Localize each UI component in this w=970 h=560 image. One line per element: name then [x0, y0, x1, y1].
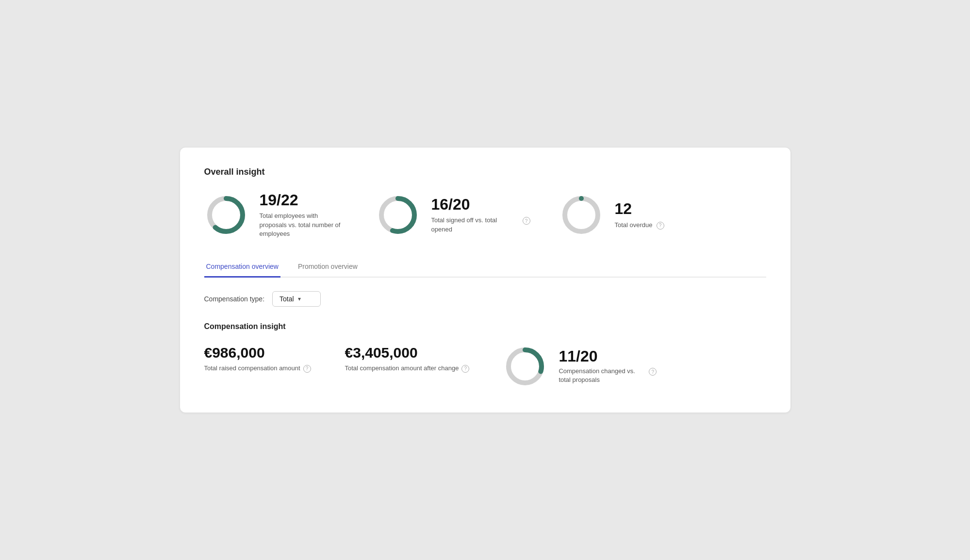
comp-metric-raised: €986,000 Total raised compensation amoun…: [204, 345, 311, 373]
compensation-insight-metrics: €986,000 Total raised compensation amoun…: [204, 345, 766, 388]
metric-signed-off: 16/20 Total signed off vs. total opened …: [376, 193, 530, 237]
metric-signed-off-label-row: Total signed off vs. total opened ?: [431, 216, 530, 233]
donut-overdue: [559, 193, 603, 237]
overdue-help-icon[interactable]: ?: [657, 222, 664, 230]
metric-overdue-label-row: Total overdue ?: [615, 221, 664, 230]
metric-employees-value: 19/22: [260, 192, 347, 209]
compensation-type-label: Compensation type:: [204, 295, 265, 303]
comp-metric-raised-value: €986,000: [204, 345, 311, 361]
comp-metric-changed: 11/20 Compensation changed vs. total pro…: [503, 345, 657, 388]
metric-signed-off-value: 16/20: [431, 196, 530, 213]
comp-metric-raised-label-row: Total raised compensation amount ?: [204, 364, 311, 373]
tab-promotion[interactable]: Promotion overview: [296, 258, 360, 278]
signed-off-help-icon[interactable]: ?: [523, 217, 530, 225]
tab-compensation[interactable]: Compensation overview: [204, 258, 280, 278]
comp-metric-after-change: €3,405,000 Total compensation amount aft…: [345, 345, 470, 373]
metric-employees-label: Total employees with proposals vs. total…: [260, 212, 347, 238]
metric-overdue: 12 Total overdue ?: [559, 193, 664, 237]
metric-signed-off-info: 16/20 Total signed off vs. total opened …: [431, 196, 530, 234]
metric-employees-info: 19/22 Total employees with proposals vs.…: [260, 192, 347, 238]
changed-help-icon[interactable]: ?: [649, 368, 657, 376]
compensation-insight-title: Compensation insight: [204, 322, 766, 331]
comp-metric-raised-label: Total raised compensation amount: [204, 364, 300, 372]
compensation-type-select[interactable]: Total ▾: [272, 291, 321, 307]
chevron-down-icon: ▾: [298, 296, 301, 302]
metric-overdue-value: 12: [615, 200, 664, 217]
metric-overdue-label: Total overdue: [615, 221, 653, 230]
tabs-row: Compensation overview Promotion overview: [204, 258, 766, 278]
overall-metrics-row: 19/22 Total employees with proposals vs.…: [204, 192, 766, 238]
comp-metric-after-change-label: Total compensation amount after change: [345, 364, 459, 372]
comp-metric-changed-value: 11/20: [559, 348, 657, 365]
after-change-help-icon[interactable]: ?: [461, 365, 469, 373]
metric-signed-off-label: Total signed off vs. total opened: [431, 216, 519, 233]
donut-signed-off: [376, 193, 420, 237]
donut-changed: [503, 345, 547, 388]
metric-employees-proposals: 19/22 Total employees with proposals vs.…: [204, 192, 347, 238]
main-card: Overall insight 19/22 Total employees wi…: [180, 147, 791, 413]
metric-overdue-info: 12 Total overdue ?: [615, 200, 664, 229]
comp-metric-changed-info: 11/20 Compensation changed vs. total pro…: [559, 348, 657, 385]
overall-insight-title: Overall insight: [204, 167, 766, 177]
compensation-type-value: Total: [279, 295, 294, 303]
compensation-type-row: Compensation type: Total ▾: [204, 291, 766, 307]
comp-metric-changed-label: Compensation changed vs. total proposals: [559, 367, 646, 384]
comp-metric-after-change-value: €3,405,000: [345, 345, 470, 361]
comp-metric-after-change-label-row: Total compensation amount after change ?: [345, 364, 470, 373]
raised-help-icon[interactable]: ?: [303, 365, 311, 373]
donut-employees: [204, 193, 248, 237]
svg-point-4: [565, 198, 598, 231]
